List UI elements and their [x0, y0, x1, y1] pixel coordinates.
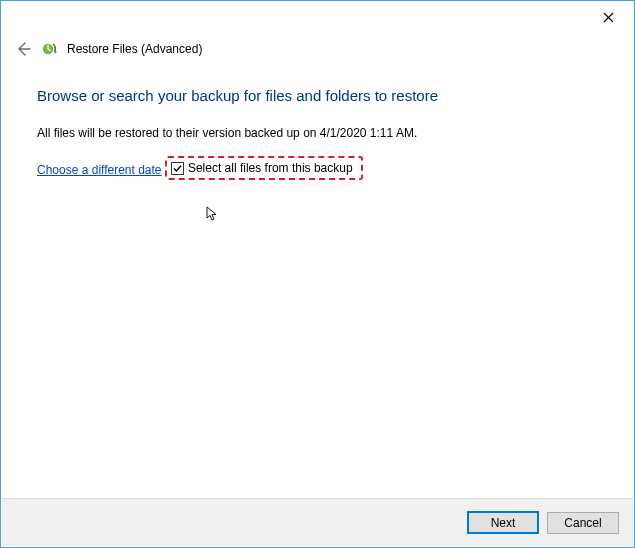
back-arrow-icon [15, 41, 31, 57]
back-button[interactable] [13, 39, 33, 59]
header: Restore Files (Advanced) [1, 33, 634, 69]
title-bar [1, 1, 634, 33]
choose-date-link[interactable]: Choose a different date [37, 163, 162, 177]
highlighted-select-all-row: Select all files from this backup [165, 156, 363, 180]
cancel-button[interactable]: Cancel [547, 512, 619, 534]
description-text: All files will be restored to their vers… [37, 126, 600, 140]
next-button[interactable]: Next [467, 511, 539, 534]
window-title: Restore Files (Advanced) [67, 42, 202, 56]
cursor-icon [206, 206, 218, 225]
page-heading: Browse or search your backup for files a… [37, 87, 600, 104]
select-all-label: Select all files from this backup [188, 161, 353, 175]
restore-files-icon [41, 40, 59, 58]
select-all-checkbox[interactable] [171, 162, 184, 175]
footer: Next Cancel [2, 498, 633, 546]
checkmark-icon [172, 163, 183, 174]
close-icon [603, 12, 614, 23]
close-button[interactable] [586, 3, 630, 31]
content-area: Browse or search your backup for files a… [1, 69, 634, 188]
